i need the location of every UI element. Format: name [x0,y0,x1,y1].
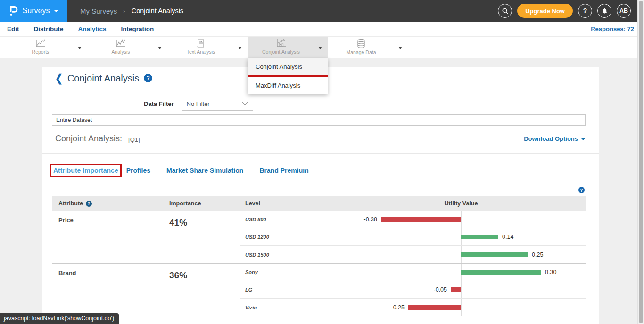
level-row-usd-1200: USD 12000.14 [240,228,586,246]
toolbar-button-analysis[interactable]: Analysis [87,37,167,58]
tab-market-share-simulation[interactable]: Market Share Simulation [166,167,243,180]
subnav-item-distribute[interactable]: Distribute [34,25,64,32]
avatar[interactable]: AB [617,4,631,18]
level-name: Sony [240,269,351,275]
tab-profiles[interactable]: Profiles [126,167,150,180]
help-button[interactable]: ? [578,4,592,18]
utility-bar-area: -0.25 [351,299,586,316]
topbar: Surveys My Surveys › Conjoint Analysis U… [0,0,644,22]
table-body: Price41%USD 800-0.38USD 12000.14USD 1500… [52,211,586,316]
utility-bar [408,305,461,310]
table-group-brand: Brand36%Sony0.30LG-0.05Vizio-0.25 [52,264,586,316]
menu-item-conjoint-analysis[interactable]: Conjoint Analysis [248,58,328,75]
levels-column: Sony0.30LG-0.05Vizio-0.25 [240,264,586,316]
zero-axis-line [461,211,462,228]
responses-count[interactable]: Responses: 72 [591,25,634,32]
data-filter-select[interactable]: No Filter [182,97,253,111]
levels-column: USD 800-0.38USD 12000.14USD 15000.25 [240,211,586,263]
level-name: USD 1500 [240,252,351,258]
toolbar-button-text-analysis[interactable]: Text Analysis [167,37,248,58]
utility-bar-area: 0.30 [351,264,586,281]
bell-icon [601,8,608,15]
conjoint-dropdown-menu: Conjoint Analysis MaxDiff Analysis [248,58,328,94]
caret-down-icon[interactable] [78,47,82,49]
caret-down-icon[interactable] [318,47,322,49]
level-row-vizio: Vizio-0.25 [240,299,586,316]
text-analysis-icon [196,39,206,48]
upgrade-now-button[interactable]: Upgrade Now [517,4,573,18]
utility-bar [461,235,498,239]
utility-bar-area: 0.14 [351,228,586,245]
zero-axis-line [461,281,462,298]
brand-label: Surveys [23,7,50,15]
importance-value: 41% [163,211,240,263]
breadcrumb: My Surveys › Conjoint Analysis [80,7,183,15]
level-row-usd-800: USD 800-0.38 [240,211,586,228]
utility-bar-area: 0.25 [351,246,586,263]
table-help-icon[interactable]: ? [578,187,585,193]
content-card: ❮ Conjoint Analysis ? Data Filter No Fil… [42,67,599,324]
caret-down-icon[interactable] [398,47,402,49]
download-options-button[interactable]: Download Options [524,135,586,142]
tab-attribute-importance[interactable]: Attribute Importance [53,167,118,174]
scrollbar-thumb[interactable] [639,1,643,323]
conjoint-chart-icon [275,39,287,48]
notifications-button[interactable] [597,4,611,18]
level-name: LG [240,287,351,292]
analysis-chart-icon [115,39,126,48]
tab-brand-premium[interactable]: Brand Premium [259,167,308,180]
vertical-scrollbar[interactable] [637,0,644,324]
table-header: Attribute ? Importance Level Utility Val… [52,196,586,211]
level-row-lg: LG-0.05 [240,281,586,299]
caret-down-icon[interactable] [158,47,162,49]
utility-bar-area: -0.05 [351,281,586,298]
header-attribute: Attribute ? [52,200,163,207]
product-switcher[interactable]: Surveys [0,0,67,22]
toolbar-button-conjoint-analysis[interactable]: Conjoint Analysis [248,37,328,58]
section-heading-row: Conjoint Analysis: [Q1] Download Options [55,134,586,144]
breadcrumb-my-surveys[interactable]: My Surveys [80,7,117,15]
level-name: USD 800 [240,217,351,222]
caret-down-icon[interactable] [238,47,242,49]
utility-value-label: -0.38 [364,216,378,223]
toolbar-button-reports[interactable]: Reports [7,37,87,58]
utility-value-label: -0.25 [391,304,405,311]
question-code: [Q1] [128,136,140,143]
search-button[interactable] [498,4,512,18]
zero-axis-line [461,299,462,316]
subnav-item-edit[interactable]: Edit [7,25,19,32]
analytics-toolbar: ReportsAnalysisText AnalysisConjoint Ana… [0,37,644,58]
survey-subnav: EditDistributeAnalyticsIntegration Respo… [0,22,644,37]
questionpro-logo-icon [9,5,18,16]
red-annotation-box: Attribute Importance [50,164,122,177]
importance-value: 36% [163,264,240,316]
chevron-down-icon [54,10,58,12]
level-row-usd-1500: USD 15000.25 [240,246,586,263]
utility-bar-area: -0.38 [351,211,586,228]
dataset-input[interactable] [52,114,586,126]
filter-row: Data Filter No Filter [42,97,599,111]
attribute-help-icon[interactable]: ? [86,201,92,207]
title-help-icon[interactable]: ? [144,74,152,82]
chevron-down-icon [242,102,248,105]
utility-bar [461,252,528,257]
utility-bar [461,270,541,275]
utility-value-label: 0.30 [545,269,556,275]
data-filter-label: Data Filter [144,100,174,107]
level-name: Vizio [240,305,351,310]
menu-item-maxdiff-analysis[interactable]: MaxDiff Analysis [248,77,328,94]
subnav-item-analytics[interactable]: Analytics [78,25,107,32]
page-title: Conjoint Analysis [67,73,139,84]
utility-value-label: -0.05 [434,286,447,293]
data-filter-value: No Filter [187,100,242,107]
table-group-price: Price41%USD 800-0.38USD 12000.14USD 1500… [52,211,586,264]
page-background: ❮ Conjoint Analysis ? Data Filter No Fil… [0,67,644,324]
header-importance: Importance [163,200,240,207]
back-chevron-icon[interactable]: ❮ [55,72,63,84]
toolbar-button-manage-data[interactable]: Manage Data [328,37,408,58]
topbar-actions: Upgrade Now ? AB [498,4,644,18]
section-title: Conjoint Analysis: [55,134,122,144]
attribute-name: Brand [52,264,163,316]
level-name: USD 1200 [240,234,351,240]
subnav-item-integration[interactable]: Integration [121,25,154,32]
